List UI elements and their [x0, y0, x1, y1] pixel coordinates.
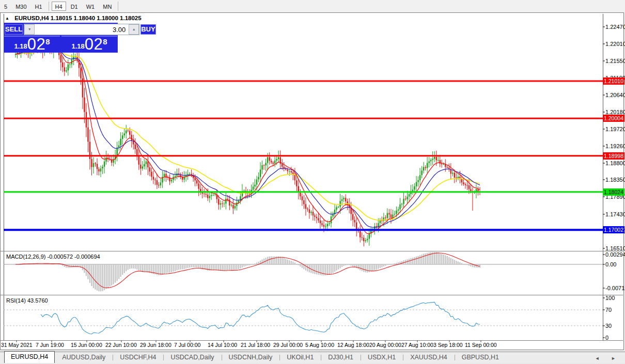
bid-price-sup: 8 — [45, 37, 50, 46]
tab-gbpusd-h1[interactable]: GBPUSD,H1 — [455, 352, 506, 363]
tab-dj30-h1[interactable]: DJ30,H1 — [321, 352, 361, 363]
price-tick-1.18350: 1.18350 — [605, 177, 625, 183]
macd-axis-0.00: 0.00 — [605, 261, 616, 267]
date-label-11: 20 Aug 00:00 — [369, 342, 401, 348]
date-label-13: 3 Sep 18:00 — [433, 342, 463, 348]
volume-stepper: ▼ ▲ — [24, 24, 139, 35]
ma-fast-line — [15, 50, 480, 234]
price-tag-1.18024: 1.18024 — [603, 188, 624, 196]
ask-price-sup: 8 — [103, 37, 107, 46]
tab-scroll-right-icon[interactable]: ► — [611, 356, 621, 361]
ask-price-small: 1.18 — [71, 42, 84, 50]
one-click-trading-panel: SELL ▼ ▲ BUY 1.18 02 8 1.18 02 8 — [4, 23, 118, 53]
ask-price[interactable]: 1.18 02 8 — [61, 36, 117, 52]
date-label-9: 5 Aug 10:00 — [305, 342, 334, 348]
chart-window: ▲ EURUSD,H4 1.18015 1.18040 1.18000 1.18… — [0, 12, 624, 350]
date-label-3: 22 Jun 10:00 — [105, 342, 137, 348]
ask-price-big: 02 — [85, 37, 103, 52]
chart-symbol-period: EURUSD,H4 — [14, 15, 49, 21]
price-tag-1.20004: 1.20004 — [603, 115, 624, 122]
date-label-2: 15 Jun 00:00 — [71, 342, 102, 348]
price-tick-1.17430: 1.17430 — [605, 211, 625, 217]
volume-increase-button[interactable]: ▲ — [129, 24, 139, 35]
tab-usdx-h1[interactable]: USDX,H1 — [361, 352, 403, 363]
price-tick-1.19720: 1.19720 — [605, 126, 625, 132]
tab-usdcnh-daily[interactable]: USDCNH,Daily — [222, 352, 280, 363]
date-label-7: 21 Jul 18:00 — [241, 342, 270, 348]
macd-axis--0.007151: -0.007151 — [605, 285, 625, 291]
tab-scroll-left-icon[interactable]: ◄ — [595, 356, 605, 361]
tab-usdcad-daily[interactable]: USDCAD,Daily — [163, 352, 221, 363]
price-pane — [15, 42, 480, 246]
rsi-axis-70: 70 — [605, 307, 612, 313]
price-tick-1.21550: 1.21550 — [605, 58, 625, 64]
tab-usdchf-h4[interactable]: USDCHF,H4 — [113, 352, 163, 363]
price-tick-1.16510: 1.16510 — [605, 245, 625, 251]
chart-header: ▲ EURUSD,H4 1.18015 1.18040 1.18000 1.18… — [5, 15, 142, 21]
price-tick-1.19260: 1.19260 — [605, 143, 625, 149]
tab-ukoil-h1[interactable]: UKOil,H1 — [279, 352, 321, 363]
rsi-axis-100: 100 — [605, 295, 615, 301]
rsi-indicator-label: RSI(14) 43.5760 — [6, 297, 48, 304]
volume-decrease-button[interactable]: ▼ — [24, 24, 35, 35]
date-label-4: 29 Jun 18:00 — [140, 342, 171, 348]
timeframe-button-h1[interactable]: H1 — [32, 2, 46, 11]
toolbar-divider — [49, 2, 49, 11]
chart-canvas[interactable] — [1, 13, 623, 350]
date-label-6: 14 Jul 10:00 — [208, 342, 237, 348]
date-label-0: 31 May 2021 — [1, 342, 33, 348]
price-tag-1.21010: 1.21010 — [603, 77, 624, 85]
toolbar-divider — [118, 2, 118, 11]
bid-price[interactable]: 1.18 02 8 — [4, 36, 60, 52]
bid-price-big: 02 — [27, 37, 45, 52]
rsi-axis-0: 0 — [605, 335, 608, 341]
ma-mid-line — [15, 50, 480, 227]
bid-price-small: 1.18 — [14, 42, 27, 50]
date-label-10: 12 Aug 18:00 — [337, 342, 369, 348]
price-tick-1.20640: 1.20640 — [605, 92, 625, 98]
macd-indicator-label: MACD(12,26,9) -0.000572 -0.000694 — [6, 254, 100, 260]
collapse-icon[interactable]: ▲ — [5, 16, 9, 21]
timeframe-toolbar: 5M30H1H4D1W1MN — [0, 0, 625, 12]
tab-xauusd-h4[interactable]: XAUUSD,H4 — [403, 352, 455, 363]
rsi-line — [41, 302, 480, 334]
date-label-8: 29 Jul 00:00 — [273, 342, 303, 348]
price-tick-1.22010: 1.22010 — [605, 41, 625, 47]
timeframe-button-5[interactable]: 5 — [1, 2, 11, 11]
symbol-tab-bar: EURUSD,H4AUDUSD,DailyUSDCHF,H4USDCAD,Dai… — [0, 352, 625, 363]
tab-audusd-daily[interactable]: AUDUSD,Daily — [55, 352, 113, 363]
price-tick-1.18800: 1.18800 — [605, 160, 625, 166]
timeframe-button-mn[interactable]: MN — [99, 2, 115, 11]
price-tag-1.18998: 1.18998 — [603, 152, 624, 160]
date-label-1: 7 Jun 19:00 — [36, 342, 64, 348]
chart-ohlc-values: 1.18015 1.18040 1.18000 1.18025 — [51, 15, 142, 21]
volume-input[interactable] — [35, 24, 129, 35]
sell-button[interactable]: SELL — [5, 24, 23, 35]
price-tick-1.22470: 1.22470 — [605, 24, 625, 30]
tab-eurusd-h4[interactable]: EURUSD,H4 — [4, 351, 55, 363]
rsi-axis-30: 30 — [605, 323, 612, 329]
mt4-application: 5M30H1H4D1W1MN ▲ EURUSD,H4 1.18015 1.180… — [0, 0, 625, 364]
timeframe-button-h4[interactable]: H4 — [52, 2, 66, 11]
buy-button[interactable]: BUY — [140, 24, 155, 35]
date-label-12: 27 Aug 10:00 — [401, 342, 433, 348]
timeframe-button-d1[interactable]: D1 — [67, 2, 82, 11]
macd-axis-0.002947: 0.002947 — [605, 251, 625, 258]
timeframe-button-w1[interactable]: W1 — [83, 2, 99, 11]
tab-scroll-arrows[interactable]: ◄ ► — [595, 356, 621, 361]
date-label-14: 11 Sep 00:00 — [465, 342, 497, 348]
date-label-5: 7 Jul 00:00 — [174, 342, 200, 348]
rsi-pane — [4, 302, 603, 334]
timeframe-button-m30[interactable]: M30 — [12, 2, 30, 11]
price-tag-1.17002: 1.17002 — [603, 226, 624, 233]
